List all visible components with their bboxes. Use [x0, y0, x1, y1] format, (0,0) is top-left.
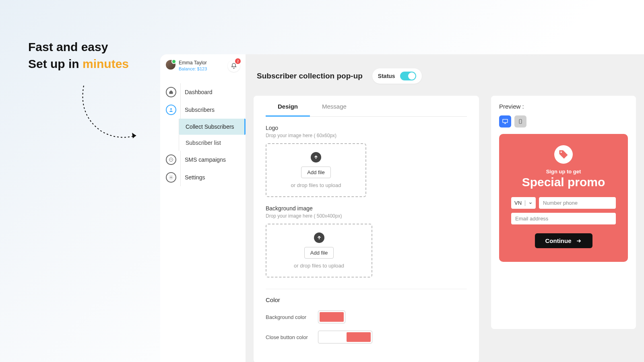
- color-section-title: Color: [266, 289, 467, 303]
- close-color-picker[interactable]: [318, 331, 372, 343]
- gear-icon: [166, 172, 176, 183]
- mobile-preview-button[interactable]: [514, 115, 526, 128]
- upload-icon: [314, 232, 324, 243]
- svg-marker-0: [132, 133, 136, 138]
- avatar: [166, 60, 175, 70]
- svg-point-1: [170, 108, 172, 110]
- sidebar: Emma Taylor Balance: $123 2 Dashboard Su…: [160, 54, 246, 362]
- section-label: Logo: [266, 125, 467, 131]
- add-file-button[interactable]: Add file: [304, 247, 334, 259]
- color-swatch: [347, 332, 371, 342]
- chevron-down-icon: [528, 201, 533, 205]
- home-icon: [166, 87, 176, 97]
- nav-label: Settings: [185, 174, 205, 181]
- status-pill: Status: [372, 68, 422, 84]
- add-file-button[interactable]: Add file: [301, 167, 330, 178]
- bell-icon: [231, 63, 237, 69]
- close-color-row: Close button color: [266, 331, 467, 343]
- color-empty: [320, 332, 345, 342]
- arrow-right-icon: [576, 238, 582, 244]
- promo-title: Special promo: [511, 175, 616, 189]
- svg-point-7: [560, 151, 562, 153]
- section-hint: Drop your image here ( 500x400px): [266, 213, 467, 219]
- tabs: Design Message: [266, 96, 467, 117]
- app-window: Emma Taylor Balance: $123 2 Dashboard Su…: [160, 54, 644, 362]
- svg-rect-5: [503, 119, 508, 123]
- mobile-icon: [518, 119, 523, 124]
- section-hint: Drop your image here ( 60x60px): [266, 133, 467, 138]
- tab-design[interactable]: Design: [266, 96, 310, 117]
- drop-hint: or drop files to upload: [294, 263, 344, 269]
- device-toggle-row: [499, 115, 628, 128]
- hero-text: Fast and easy Set up in minutes: [28, 40, 129, 71]
- bg-image-section: Background image Drop your image here ( …: [266, 205, 467, 278]
- users-icon: [166, 105, 176, 115]
- bg-color-picker[interactable]: [318, 311, 345, 323]
- continue-button[interactable]: Continue: [535, 233, 592, 248]
- nav-dashboard[interactable]: Dashboard: [160, 83, 246, 101]
- color-swatch: [320, 312, 344, 322]
- color-label: Close button color: [266, 334, 318, 340]
- profile-name: Emma Taylor: [179, 60, 207, 66]
- nav-label: Dashboard: [185, 89, 213, 95]
- upload-icon: [311, 152, 321, 162]
- svg-rect-6: [519, 119, 522, 124]
- bg-color-row: Background color: [266, 311, 467, 323]
- tab-message[interactable]: Message: [310, 96, 359, 116]
- page-header: Subscriber collection pop-up Status: [254, 54, 636, 92]
- status-label: Status: [378, 73, 395, 79]
- hero-line2: Set up in minutes: [28, 57, 129, 71]
- decorative-arrow: [76, 82, 145, 147]
- desktop-preview-button[interactable]: [499, 115, 511, 128]
- logo-dropzone[interactable]: Add file or drop files to upload: [266, 143, 366, 197]
- nav-sms-campaigns[interactable]: SMS campaigns: [160, 151, 246, 169]
- subnav-collect-subscribers[interactable]: Collect Subscribers: [179, 119, 246, 135]
- chat-icon: [166, 154, 176, 165]
- status-toggle[interactable]: [400, 72, 416, 80]
- page-title: Subscriber collection pop-up: [257, 72, 363, 80]
- country-select[interactable]: VN: [511, 197, 536, 209]
- main-content: Subscriber collection pop-up Status Desi…: [246, 54, 644, 362]
- bg-dropzone[interactable]: Add file or drop files to upload: [266, 224, 372, 278]
- hero-line1: Fast and easy: [28, 40, 129, 54]
- desktop-icon: [502, 118, 508, 125]
- notification-badge: 2: [235, 58, 241, 64]
- svg-point-4: [171, 177, 172, 178]
- subnav-subscriber-list[interactable]: Subscriber list: [179, 135, 246, 151]
- tag-icon: [558, 149, 569, 160]
- color-label: Background color: [266, 314, 318, 320]
- notifications-button[interactable]: 2: [228, 60, 240, 72]
- hero-highlight: minutes: [83, 57, 129, 70]
- nav-subscribers[interactable]: Subscribers: [160, 101, 246, 119]
- nav-label: SMS campaigns: [185, 156, 226, 163]
- section-label: Background image: [266, 205, 467, 212]
- svg-point-3: [171, 159, 171, 160]
- preview-panel: Preview : Sign up to get Special promo V…: [491, 96, 636, 329]
- profile-balance: Balance: $123: [179, 66, 207, 71]
- drop-hint: or drop files to upload: [291, 182, 341, 188]
- promo-subtitle: Sign up to get: [511, 169, 616, 175]
- email-input[interactable]: Email address: [511, 213, 616, 224]
- promo-logo: [554, 145, 573, 164]
- nav: Dashboard Subscribers Collect Subscriber…: [160, 83, 246, 186]
- nav-label: Subscribers: [185, 107, 215, 113]
- phone-input[interactable]: Number phone: [539, 197, 616, 209]
- hero-line2-prefix: Set up in: [28, 57, 83, 70]
- promo-preview-card: Sign up to get Special promo VN Number p…: [499, 134, 628, 262]
- promo-phone-row: VN Number phone: [511, 197, 616, 209]
- logo-section: Logo Drop your image here ( 60x60px) Add…: [266, 125, 467, 197]
- design-panel: Design Message Logo Drop your image here…: [254, 96, 479, 362]
- subnav: Collect Subscribers Subscriber list: [176, 119, 246, 151]
- preview-label: Preview :: [499, 103, 628, 110]
- nav-settings[interactable]: Settings: [160, 169, 246, 186]
